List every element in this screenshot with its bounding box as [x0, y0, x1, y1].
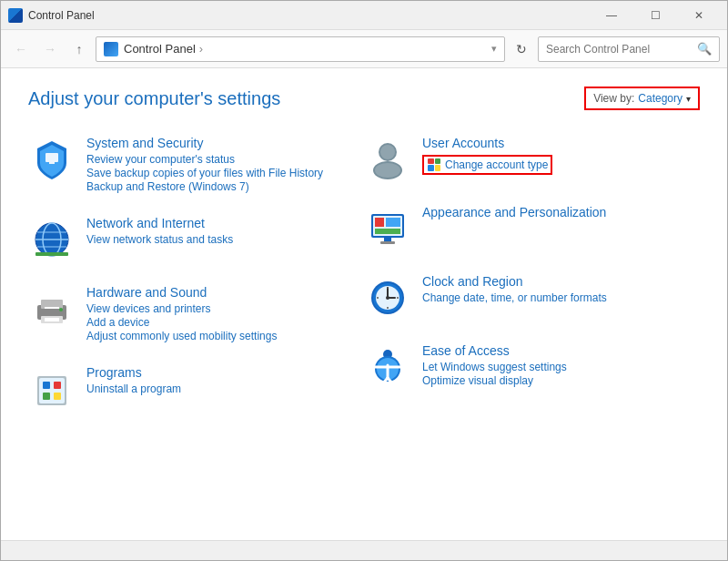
- left-column: System and Security Review your computer…: [28, 136, 364, 413]
- user-accounts-icon: [364, 136, 411, 183]
- user-accounts-content: User Accounts Change account type: [422, 136, 700, 177]
- category-ease-of-access: Ease of Access Let Windows suggest setti…: [364, 343, 700, 391]
- path-text: Control Panel: [124, 42, 196, 56]
- svg-rect-29: [384, 238, 391, 241]
- user-accounts-title[interactable]: User Accounts: [422, 136, 700, 150]
- system-security-title[interactable]: System and Security: [86, 136, 364, 150]
- system-security-icon: [28, 136, 76, 183]
- optimize-visual-link[interactable]: Optimize visual display: [422, 374, 700, 387]
- path-separator: ›: [199, 42, 203, 56]
- network-internet-icon: [28, 216, 76, 263]
- svg-point-13: [59, 308, 63, 311]
- maximize-button[interactable]: ☐: [634, 1, 676, 30]
- svg-point-23: [375, 163, 400, 178]
- svg-rect-0: [46, 153, 58, 162]
- svg-rect-1: [49, 162, 55, 164]
- minimize-button[interactable]: —: [591, 1, 632, 30]
- windows-suggest-link[interactable]: Let Windows suggest settings: [422, 361, 700, 373]
- network-status-link[interactable]: View network status and tasks: [86, 233, 364, 246]
- change-account-type-link[interactable]: Change account type: [422, 155, 552, 175]
- main-window: Control Panel — ☐ ✕ ← → ↑ Control Panel …: [0, 0, 728, 561]
- ease-of-access-title[interactable]: Ease of Access: [422, 343, 700, 358]
- date-time-link[interactable]: Change date, time, or number formats: [422, 291, 700, 304]
- ease-of-access-content: Ease of Access Let Windows suggest setti…: [422, 343, 700, 388]
- app-icon: [8, 8, 23, 23]
- category-hardware-sound: Hardware and Sound View devices and prin…: [28, 285, 364, 343]
- view-by-arrow[interactable]: ▾: [686, 94, 691, 104]
- page-header: Adjust your computer's settings View by:…: [28, 87, 700, 110]
- network-internet-title[interactable]: Network and Internet: [86, 216, 364, 230]
- appearance-title[interactable]: Appearance and Personalization: [422, 205, 700, 219]
- system-security-content: System and Security Review your computer…: [86, 136, 364, 194]
- view-by-value: Category: [638, 92, 682, 105]
- category-clock-region: Clock and Region Change date, time, or n…: [364, 274, 700, 321]
- clock-region-title[interactable]: Clock and Region: [422, 274, 700, 289]
- refresh-button[interactable]: ↻: [509, 36, 534, 62]
- window-controls: — ☐ ✕: [591, 1, 720, 30]
- svg-rect-12: [45, 307, 59, 309]
- clock-region-icon: [364, 274, 411, 321]
- view-by-label: View by:: [593, 92, 634, 105]
- backup-restore-link[interactable]: Backup and Restore (Windows 7): [86, 180, 364, 193]
- devices-printers-link[interactable]: View devices and printers: [86, 302, 364, 315]
- appearance-icon: [364, 205, 411, 252]
- svg-rect-16: [43, 382, 50, 389]
- svg-rect-30: [380, 241, 395, 244]
- view-by-control[interactable]: View by: Category ▾: [584, 87, 700, 110]
- programs-content: Programs Uninstall a program: [86, 365, 364, 396]
- programs-icon: [28, 365, 76, 413]
- category-network-internet: Network and Internet View network status…: [28, 216, 364, 263]
- back-button[interactable]: ←: [8, 36, 34, 62]
- network-internet-content: Network and Internet View network status…: [86, 216, 364, 247]
- forward-button[interactable]: →: [37, 36, 63, 62]
- up-button[interactable]: ↑: [66, 36, 92, 62]
- title-bar: Control Panel — ☐ ✕: [1, 1, 727, 30]
- svg-rect-28: [375, 229, 400, 234]
- address-field[interactable]: Control Panel › ▾: [96, 36, 505, 62]
- mobility-settings-link[interactable]: Adjust commonly used mobility settings: [86, 330, 364, 342]
- backup-files-link[interactable]: Save backup copies of your files with Fi…: [86, 167, 364, 179]
- svg-point-22: [380, 145, 395, 159]
- hardware-sound-icon: [28, 285, 76, 332]
- page-title: Adjust your computer's settings: [28, 88, 280, 109]
- svg-rect-15: [39, 378, 65, 403]
- settings-grid: System and Security Review your computer…: [28, 136, 700, 413]
- svg-rect-26: [375, 218, 384, 227]
- svg-rect-11: [45, 318, 59, 321]
- category-programs: Programs Uninstall a program: [28, 365, 364, 413]
- uninstall-link[interactable]: Uninstall a program: [86, 382, 364, 395]
- search-icon: 🔍: [697, 42, 712, 56]
- status-bar: [1, 540, 727, 560]
- svg-rect-7: [35, 252, 68, 256]
- change-account-type-text: Change account type: [445, 158, 548, 171]
- category-user-accounts: User Accounts Change account type: [364, 136, 700, 183]
- search-input[interactable]: [546, 43, 697, 56]
- review-status-link[interactable]: Review your computer's status: [86, 153, 364, 166]
- hardware-sound-title[interactable]: Hardware and Sound: [86, 285, 364, 300]
- folder-icon: [104, 42, 118, 56]
- add-device-link[interactable]: Add a device: [86, 316, 364, 329]
- close-button[interactable]: ✕: [678, 1, 720, 30]
- main-content: Adjust your computer's settings View by:…: [1, 68, 727, 540]
- ease-of-access-icon: [364, 343, 411, 391]
- svg-rect-19: [54, 393, 61, 400]
- category-system-security: System and Security Review your computer…: [28, 136, 364, 194]
- svg-rect-17: [54, 382, 61, 389]
- svg-rect-18: [43, 393, 50, 400]
- search-field[interactable]: 🔍: [538, 36, 720, 62]
- category-appearance: Appearance and Personalization: [364, 205, 700, 252]
- window-title: Control Panel: [28, 9, 591, 22]
- windows-shield-icon: [427, 158, 441, 172]
- hardware-sound-content: Hardware and Sound View devices and prin…: [86, 285, 364, 343]
- clock-region-content: Clock and Region Change date, time, or n…: [422, 274, 700, 305]
- programs-title[interactable]: Programs: [86, 365, 364, 380]
- address-bar: ← → ↑ Control Panel › ▾ ↻ 🔍: [1, 30, 727, 68]
- svg-rect-27: [386, 218, 400, 227]
- address-dropdown-icon[interactable]: ▾: [491, 43, 497, 55]
- right-column: User Accounts Change account type: [364, 136, 700, 413]
- appearance-content: Appearance and Personalization: [422, 205, 700, 222]
